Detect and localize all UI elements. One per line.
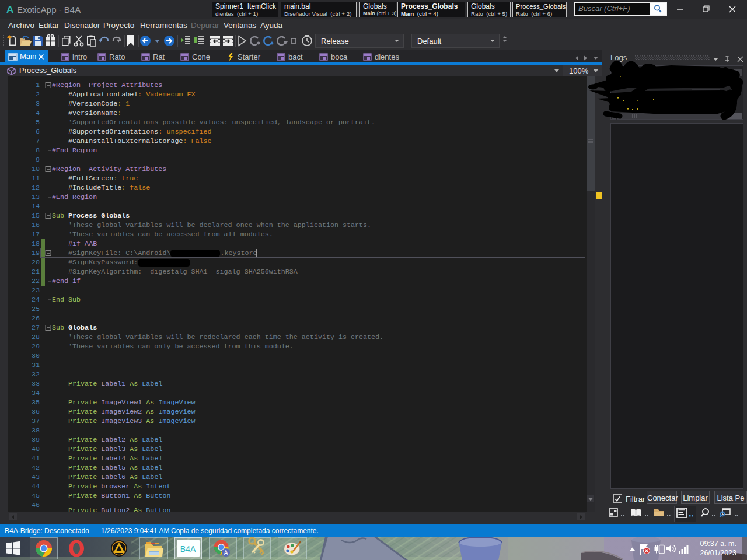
svg-text:09:37 a. m.: 09:37 a. m. <box>700 540 736 548</box>
svg-text:26/01/2023: 26/01/2023 <box>700 549 736 557</box>
svg-text:A: A <box>224 550 228 556</box>
svg-text:B4A: B4A <box>180 544 196 554</box>
